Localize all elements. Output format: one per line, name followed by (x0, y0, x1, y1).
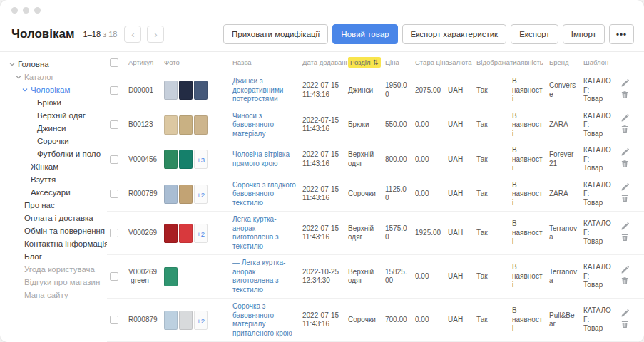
window-dot-icon[interactable] (23, 7, 29, 14)
app-window: Чоловікам 1–18 з 18 ‹ › Приховати модифі… (0, 0, 644, 342)
product-photo[interactable] (164, 81, 178, 100)
product-photo[interactable] (179, 115, 193, 135)
product-name-link[interactable]: Легка куртка-анорак виготовлена з тексти… (232, 215, 279, 250)
product-name-link[interactable]: Сорочка з бавовняного матеріалу притален… (232, 302, 292, 337)
sidebar-item-verkhnii-odiah[interactable]: Верхній одяг (6, 109, 107, 122)
table-body: D00001Джинси з декоративними потертостям… (107, 73, 644, 342)
price-cell: 800.00 (382, 142, 412, 177)
product-photo[interactable] (179, 311, 193, 330)
sidebar-item-obmin-ta-povernennia[interactable]: Обмін та повернення (6, 224, 107, 237)
sidebar-item-kataloh[interactable]: Каталог (6, 71, 107, 83)
product-photo[interactable] (194, 115, 208, 135)
section-cell: Верхній одяг (345, 142, 382, 177)
delete-icon[interactable] (620, 194, 629, 205)
currency-cell: UAH (445, 142, 474, 177)
edit-icon[interactable] (620, 309, 629, 321)
row-checkbox[interactable] (110, 86, 118, 95)
template-line: КАТАЛОГ: (583, 306, 615, 324)
product-photo[interactable] (179, 185, 193, 204)
edit-icon[interactable] (620, 222, 629, 234)
sidebar-list: ГоловнаКаталогЧоловікамБрюкиВерхній одяг… (6, 58, 107, 301)
table-header-row: АртикулФотоНазваДата додаванняРозділ⇅Цін… (107, 52, 644, 73)
sidebar-item-cholovikam[interactable]: Чоловікам (6, 83, 107, 96)
next-page-button[interactable]: › (147, 26, 164, 43)
delete-icon[interactable] (620, 320, 629, 331)
old-price-cell: 0.00 (412, 255, 445, 299)
actions-cell (618, 142, 644, 177)
more-photos-badge[interactable]: +2 (194, 185, 208, 204)
product-photo[interactable] (164, 150, 178, 169)
delete-icon[interactable] (620, 125, 629, 136)
row-checkbox[interactable] (110, 120, 118, 129)
row-checkbox[interactable] (110, 229, 118, 237)
sidebar-item-dzhynsy[interactable]: Джинси (6, 122, 107, 135)
window-dot-icon[interactable] (11, 7, 18, 14)
row-checkbox[interactable] (110, 316, 118, 324)
product-photo[interactable] (179, 81, 193, 100)
sidebar-item-futbolky-i-polo[interactable]: Футболки и поло (6, 147, 107, 160)
more-photos-badge[interactable]: +2 (194, 311, 208, 330)
template-cell: КАТАЛОГ:Товар (581, 73, 618, 108)
edit-icon[interactable] (620, 183, 629, 195)
brand-cell: Converse (546, 73, 581, 108)
edit-icon[interactable] (620, 114, 629, 125)
chevron-down-icon[interactable] (21, 87, 29, 93)
product-name-link[interactable]: Джинси з декоративними потертостями (232, 77, 283, 103)
delete-icon[interactable] (620, 90, 629, 102)
sort-icon[interactable]: ⇅ (372, 58, 378, 66)
row-checkbox[interactable] (110, 190, 118, 198)
more-actions-button[interactable]: ••• (609, 24, 634, 44)
row-checkbox[interactable] (110, 272, 118, 281)
product-photo[interactable] (179, 224, 193, 243)
column-header-section[interactable]: Розділ⇅ (345, 52, 382, 73)
row-checkbox[interactable] (110, 155, 118, 164)
product-photo[interactable] (164, 185, 178, 204)
pagination-total: з 18 (103, 30, 117, 38)
product-name-link[interactable]: — Легка куртка-анорак виготовлена з текс… (232, 259, 285, 294)
export-characteristics-button[interactable]: Експорт характеристик (402, 24, 507, 44)
sidebar-item-pro-nas[interactable]: Про нас (6, 199, 107, 212)
sidebar-item-vidhuky-pro-mahazyn[interactable]: Відгуки про магазин (6, 276, 107, 289)
edit-icon[interactable] (620, 266, 629, 277)
select-all-checkbox[interactable] (110, 58, 118, 67)
edit-icon[interactable] (620, 79, 629, 90)
chevron-down-icon[interactable] (9, 61, 16, 67)
sidebar-item-briuky[interactable]: Брюки (6, 96, 107, 109)
sidebar-item-vzuttia[interactable]: Взуття (6, 173, 107, 186)
product-name-link[interactable]: Чоловіча вітрівка прямого крою (232, 150, 290, 167)
hide-modifications-button[interactable]: Приховати модифікації (223, 24, 328, 44)
chevron-down-icon[interactable] (15, 74, 22, 80)
product-photo[interactable] (164, 311, 178, 330)
product-name-link[interactable]: Сорочка з гладкого бавовняного текстилю (232, 181, 296, 207)
delete-icon[interactable] (620, 276, 629, 288)
delete-icon[interactable] (620, 233, 629, 244)
more-photos-badge[interactable]: +3 (194, 150, 208, 169)
sidebar-item-holovna[interactable]: Головна (6, 58, 107, 71)
export-button[interactable]: Експорт (511, 24, 558, 44)
sidebar-item-mapa-saitu[interactable]: Мапа сайту (6, 289, 107, 301)
sidebar-item-uhoda-korystuvacha[interactable]: Угода користувача (6, 263, 107, 276)
sidebar-item-oplata-i-dostavka[interactable]: Оплата і доставка (6, 212, 107, 224)
prev-page-button[interactable]: ‹ (124, 26, 141, 43)
sidebar-item-kontaktna-informatsiia[interactable]: Контактна інформація (6, 237, 107, 250)
product-photo[interactable] (164, 224, 178, 243)
product-photo[interactable] (164, 115, 178, 135)
sidebar-item-bloh[interactable]: Блог (6, 250, 107, 263)
edit-icon[interactable] (620, 148, 629, 160)
window-dot-icon[interactable] (34, 7, 41, 14)
sku-cell: V000269 (126, 212, 161, 255)
new-product-button[interactable]: Новий товар (332, 24, 397, 44)
import-button[interactable]: Імпорт (563, 24, 605, 44)
product-photo[interactable] (164, 267, 178, 286)
product-photo[interactable] (179, 150, 193, 169)
sidebar-item-sorochky[interactable]: Сорочки (6, 135, 107, 147)
delete-icon[interactable] (620, 160, 629, 171)
row-checkbox-cell (107, 142, 126, 177)
product-photo[interactable] (194, 81, 208, 100)
more-photos-badge[interactable]: +2 (194, 224, 208, 243)
sidebar-item-aksesuary[interactable]: Аксесуари (6, 186, 107, 199)
sidebar-item-label: Жінкам (31, 162, 58, 171)
brand-cell: ZARA (546, 177, 581, 212)
sidebar-item-zhinkam[interactable]: Жінкам (6, 160, 107, 173)
product-name-link[interactable]: Чиноси з бавовняного матеріалу (232, 112, 274, 138)
